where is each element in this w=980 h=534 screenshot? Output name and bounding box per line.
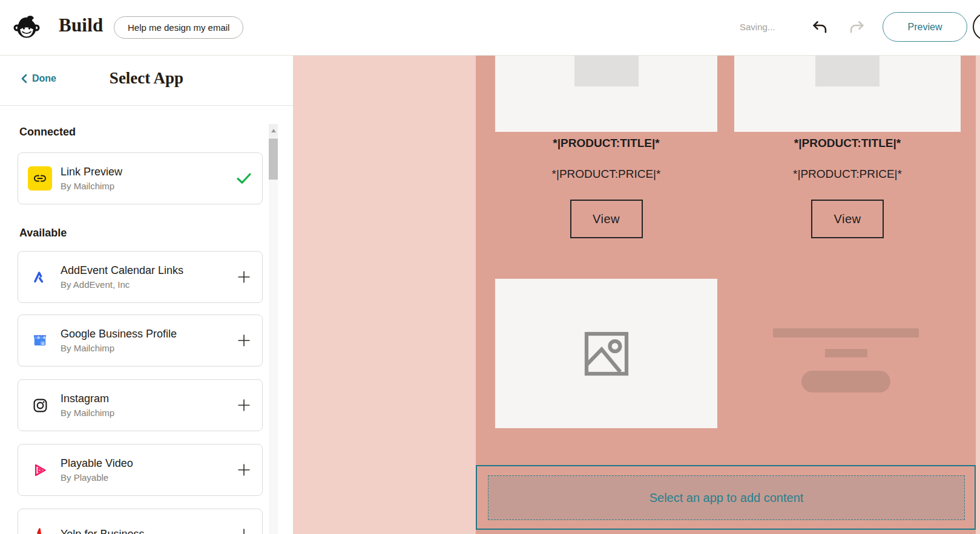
section-label-connected: Connected — [19, 126, 76, 138]
product-view-button[interactable]: View — [811, 200, 884, 238]
product-price: *|PRODUCT:PRICE|* — [734, 168, 961, 181]
app-card-google-business[interactable]: G Google Business Profile By Mailchimp — [18, 314, 263, 366]
check-icon — [235, 171, 252, 186]
redo-icon[interactable] — [849, 19, 866, 36]
plus-icon[interactable] — [237, 398, 251, 412]
app-author: By AddEvent, Inc — [61, 279, 226, 290]
email-canvas: *|PRODUCT:TITLE|* *|PRODUCT:PRICE|* View… — [293, 56, 980, 534]
app-name: Instagram — [61, 392, 226, 406]
link-icon — [28, 166, 52, 190]
app-author: By Mailchimp — [61, 407, 226, 418]
app-card-link-preview[interactable]: Link Preview By Mailchimp — [18, 152, 263, 204]
avatar[interactable] — [973, 13, 980, 41]
svg-text:G: G — [42, 342, 45, 345]
app-name: AddEvent Calendar Links — [61, 264, 226, 278]
scrollbar-thumb[interactable] — [269, 138, 278, 180]
dropzone-label: Select an app to add content — [649, 491, 804, 505]
text-placeholder-line-2 — [825, 349, 867, 357]
page-title: Build — [59, 15, 103, 36]
app-author: By Mailchimp — [61, 180, 226, 192]
app-name: Google Business Profile — [61, 327, 226, 341]
mailchimp-email-builder: Build Help me design my email Saving... … — [0, 0, 980, 534]
app-dropzone-inner[interactable]: Select an app to add content — [488, 475, 965, 520]
app-name: Playable Video — [61, 457, 226, 471]
scrollbar-up-icon[interactable] — [269, 124, 278, 137]
product-block-1[interactable]: *|PRODUCT:TITLE|* *|PRODUCT:PRICE|* View — [495, 56, 717, 304]
app-author: By Mailchimp — [61, 342, 226, 354]
app-author: By Playable — [61, 472, 226, 483]
email-body: *|PRODUCT:TITLE|* *|PRODUCT:PRICE|* View… — [476, 56, 976, 534]
panel-divider — [0, 105, 293, 106]
product-title: *|PRODUCT:TITLE|* — [734, 137, 961, 150]
product-block-2[interactable]: *|PRODUCT:TITLE|* *|PRODUCT:PRICE|* View — [734, 56, 961, 304]
saving-status: Saving... — [740, 22, 775, 32]
app-dropzone[interactable]: Select an app to add content — [476, 465, 976, 530]
product-image-placeholder[interactable] — [495, 56, 717, 132]
text-placeholder-line-1 — [773, 328, 919, 337]
mailchimp-logo-icon[interactable] — [13, 13, 41, 41]
plus-icon[interactable] — [237, 527, 251, 534]
image-content-block[interactable] — [495, 279, 717, 428]
app-card-addevent[interactable]: AddEvent Calendar Links By AddEvent, Inc — [18, 251, 263, 303]
image-placeholder-fragment — [815, 56, 880, 86]
sidebar-scrollbar[interactable] — [269, 124, 278, 534]
product-image-placeholder[interactable] — [734, 56, 961, 132]
addevent-icon — [28, 265, 52, 289]
product-view-button[interactable]: View — [570, 200, 643, 238]
plus-icon[interactable] — [237, 270, 251, 284]
app-name: Yelp for Business — [61, 527, 226, 534]
playable-icon — [28, 458, 52, 482]
app-name: Link Preview — [61, 165, 226, 179]
image-placeholder-icon — [580, 327, 633, 380]
panel-title: Select App — [0, 69, 293, 88]
plus-icon[interactable] — [237, 333, 251, 348]
help-design-button[interactable]: Help me design my email — [114, 16, 243, 39]
app-card-playable-video[interactable]: Playable Video By Playable — [18, 444, 263, 496]
app-card-instagram[interactable]: Instagram By Mailchimp — [18, 379, 263, 431]
preview-button[interactable]: Preview — [883, 12, 967, 42]
google-business-icon: G — [28, 328, 52, 353]
section-label-available: Available — [19, 227, 67, 239]
instagram-icon — [28, 393, 52, 417]
yelp-icon — [28, 523, 52, 534]
button-placeholder — [801, 371, 890, 392]
product-price: *|PRODUCT:PRICE|* — [495, 168, 717, 181]
plus-icon[interactable] — [237, 463, 251, 477]
image-placeholder-fragment — [574, 56, 639, 86]
top-bar: Build Help me design my email Saving... … — [0, 0, 980, 56]
undo-icon[interactable] — [811, 19, 828, 36]
product-title: *|PRODUCT:TITLE|* — [495, 137, 717, 150]
select-app-panel: Done Select App Connected Link Preview B… — [0, 56, 293, 534]
app-card-yelp[interactable]: Yelp for Business — [18, 509, 263, 534]
